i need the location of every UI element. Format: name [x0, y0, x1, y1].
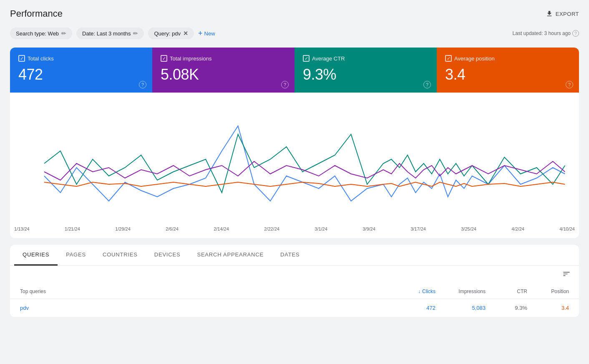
impressions-metric[interactable]: Total impressions 5.08K ?: [152, 48, 294, 93]
x-label-1: 1/21/24: [65, 226, 80, 231]
last-updated-help-icon[interactable]: ?: [572, 30, 579, 37]
chart-area: [10, 93, 579, 223]
clicks-label: Total clicks: [28, 55, 54, 62]
ctr-metric[interactable]: Average CTR 9.3% ?: [294, 48, 437, 93]
header-clicks: ↓ Clicks: [385, 289, 435, 294]
clicks-help-icon[interactable]: ?: [139, 81, 146, 88]
x-label-6: 3/1/24: [315, 226, 327, 231]
x-label-0: 1/13/24: [14, 226, 30, 231]
position-help-icon[interactable]: ?: [566, 81, 573, 88]
row-position: 3.4: [527, 305, 569, 311]
bottom-card: QUERIES PAGES COUNTRIES DEVICES SEARCH A…: [10, 245, 579, 317]
sort-arrow-icon: ↓: [418, 289, 420, 294]
position-label-row: Average position: [445, 55, 571, 62]
row-clicks: 472: [385, 305, 435, 311]
x-label-5: 2/22/24: [264, 226, 279, 231]
x-label-4: 2/14/24: [214, 226, 229, 231]
ctr-checkbox: [303, 55, 310, 62]
clicks-label-row: Total clicks: [18, 55, 144, 62]
impressions-label-row: Total impressions: [161, 55, 286, 62]
filter-icon-row: [10, 266, 579, 284]
x-label-7: 3/9/24: [362, 226, 375, 231]
clicks-metric[interactable]: Total clicks 472 ?: [10, 48, 152, 93]
download-icon: [546, 10, 553, 18]
impressions-label: Total impressions: [170, 55, 211, 62]
new-filter-button[interactable]: + New: [198, 30, 215, 37]
last-updated-text: Last updated: 3 hours ago: [513, 30, 571, 36]
x-label-3: 2/6/24: [166, 226, 179, 231]
tabs-row: QUERIES PAGES COUNTRIES DEVICES SEARCH A…: [10, 245, 579, 266]
search-type-filter[interactable]: Search type: Web ✏: [10, 28, 72, 39]
row-ctr: 9.3%: [486, 305, 527, 311]
x-label-11: 4/10/24: [559, 226, 575, 231]
metrics-row: Total clicks 472 ? Total impressions 5.0…: [10, 48, 579, 93]
ctr-help-icon[interactable]: ?: [423, 81, 431, 88]
x-label-10: 4/2/24: [511, 226, 524, 231]
query-filter[interactable]: Query: pdv ✕: [148, 28, 194, 39]
x-label-8: 3/17/24: [410, 226, 426, 231]
impressions-help-icon[interactable]: ?: [281, 81, 289, 88]
date-label: Date: Last 3 months: [82, 30, 131, 37]
tab-pages[interactable]: PAGES: [58, 245, 94, 266]
table-header: Top queries ↓ Clicks Impressions CTR Pos…: [10, 284, 579, 299]
table-filter-icon[interactable]: [562, 270, 571, 280]
page-container: Performance EXPORT Search type: Web ✏ Da…: [0, 0, 589, 326]
clicks-checkbox: [18, 55, 25, 62]
table-container: Top queries ↓ Clicks Impressions CTR Pos…: [10, 284, 579, 317]
new-label: New: [204, 30, 215, 37]
edit-icon: ✏: [61, 30, 66, 37]
metrics-chart-card: Total clicks 472 ? Total impressions 5.0…: [10, 48, 579, 238]
header-ctr: CTR: [486, 289, 527, 294]
tab-devices[interactable]: DEVICES: [146, 245, 189, 266]
ctr-value: 9.3%: [303, 66, 428, 83]
impressions-checkbox: [161, 55, 167, 62]
header-impressions: Impressions: [435, 289, 486, 294]
x-axis-labels: 1/13/24 1/21/24 1/29/24 2/6/24 2/14/24 2…: [10, 223, 579, 238]
close-icon: ✕: [183, 30, 188, 37]
page-title: Performance: [10, 8, 63, 19]
tab-queries[interactable]: QUERIES: [14, 245, 58, 266]
row-query: pdv: [20, 305, 385, 311]
position-checkbox: [445, 55, 452, 62]
header-position: Position: [527, 289, 569, 294]
ctr-label-row: Average CTR: [303, 55, 428, 62]
edit-icon: ✏: [133, 30, 138, 37]
query-label: Query: pdv: [154, 30, 181, 37]
x-label-9: 3/25/24: [461, 226, 476, 231]
header-query: Top queries: [20, 289, 385, 294]
clicks-value: 472: [18, 66, 144, 83]
filters-row: Search type: Web ✏ Date: Last 3 months ✏…: [10, 28, 579, 39]
tab-search-appearance[interactable]: SEARCH APPEARANCE: [189, 245, 272, 266]
ctr-label: Average CTR: [312, 55, 345, 62]
tab-countries[interactable]: COUNTRIES: [94, 245, 146, 266]
table-row: pdv 472 5,083 9.3% 3.4: [10, 299, 579, 317]
last-updated: Last updated: 3 hours ago ?: [513, 30, 579, 37]
tab-dates[interactable]: DATES: [272, 245, 308, 266]
position-value: 3.4: [445, 66, 571, 83]
performance-chart: [20, 101, 569, 218]
export-button[interactable]: EXPORT: [546, 10, 579, 18]
x-label-2: 1/29/24: [115, 226, 131, 231]
position-metric[interactable]: Average position 3.4 ?: [437, 48, 579, 93]
impressions-value: 5.08K: [161, 66, 286, 83]
export-label: EXPORT: [556, 11, 579, 17]
date-filter[interactable]: Date: Last 3 months ✏: [76, 28, 144, 39]
row-impressions: 5,083: [435, 305, 486, 311]
position-label: Average position: [454, 55, 495, 62]
search-type-label: Search type: Web: [16, 30, 59, 37]
header-row: Performance EXPORT: [10, 8, 579, 19]
